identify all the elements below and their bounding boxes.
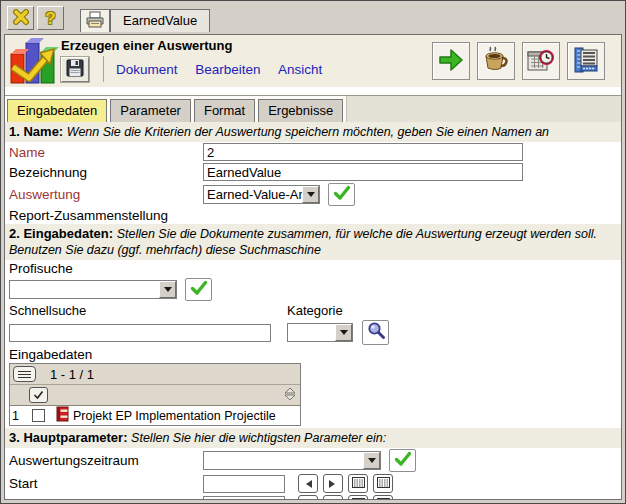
calendar-icon (377, 497, 390, 499)
report-zusammenstellung-label: Report-Zusammenstellung (5, 207, 621, 224)
print-button[interactable] (80, 9, 110, 32)
help-button[interactable]: ? (37, 6, 64, 30)
tab-ergebnisse[interactable]: Ergebnisse (258, 99, 343, 122)
schnellsuche-labels-row: Schnellsuche Kategorie (5, 302, 621, 319)
project-book-icon (56, 406, 69, 425)
ende-prev-button[interactable] (298, 495, 318, 499)
application-window: ? EarnedValue (0, 0, 626, 504)
tab-eingabedaten[interactable]: Eingabedaten (7, 99, 107, 122)
calendar-icon (352, 497, 365, 499)
green-arrow-icon (437, 46, 465, 77)
section-number-label: 1. Name: (9, 124, 63, 139)
clock-calendar-icon (526, 46, 556, 77)
save-button[interactable] (61, 57, 89, 82)
eingabedaten-table-label: Eingabedaten (5, 346, 621, 363)
menu-ansicht[interactable]: Ansicht (278, 62, 322, 77)
green-check-icon (190, 280, 208, 299)
profisuche-select-value (10, 281, 159, 298)
document-tab[interactable]: EarnedValue (110, 9, 210, 32)
schnellsuche-input[interactable] (9, 324, 271, 342)
field-row-start: Start (5, 473, 621, 494)
zeitraum-confirm-button[interactable] (389, 449, 416, 472)
section-description: Wenn Sie die Kriterien der Auswertung sp… (67, 125, 549, 139)
calendar-icon (352, 476, 365, 491)
header-actions (432, 35, 621, 87)
profisuche-confirm-button[interactable] (185, 278, 212, 301)
table-header-row (10, 385, 300, 406)
ende-calendar-button[interactable] (348, 495, 368, 499)
menu-dokument[interactable]: Dokument (116, 62, 178, 77)
field-row-name: Name (5, 142, 621, 162)
sort-icon (284, 390, 296, 404)
start-calendar-alt-button[interactable] (373, 474, 393, 493)
ende-date-input[interactable] (203, 496, 285, 500)
search-icon (366, 321, 386, 344)
green-check-icon (333, 185, 351, 204)
chart-logo-icon (5, 35, 61, 85)
start-calendar-button[interactable] (348, 474, 368, 493)
coffee-cup-icon (482, 46, 510, 77)
section-name-heading: 1. Name: Wenn Sie die Kriterien der Ausw… (5, 122, 621, 142)
section-description: Stellen Sie hier die wichtigsten Paramet… (131, 431, 386, 445)
zeitraum-select-value (204, 452, 363, 469)
kategorie-select-value (288, 324, 335, 341)
tab-format[interactable]: Format (194, 99, 255, 122)
help-icon: ? (45, 10, 55, 27)
profisuche-select[interactable] (9, 280, 177, 299)
field-row-ende: Ende (5, 494, 621, 499)
page-title: Erzeugen einer Auswertung (61, 38, 336, 53)
field-row-zeitraum: Auswertungszeitraum (5, 448, 621, 473)
auswertung-select[interactable]: Earned-Value-Analyse (203, 185, 320, 204)
arrow-left-icon (302, 480, 312, 488)
auswertung-confirm-button[interactable] (328, 183, 355, 206)
schedule-button[interactable] (522, 42, 560, 80)
ende-next-button[interactable] (323, 495, 343, 499)
form-content: 1. Name: Wenn Sie die Kriterien der Ausw… (5, 122, 621, 499)
ende-label: Ende (9, 497, 203, 499)
check-icon (33, 388, 44, 403)
kategorie-select[interactable] (287, 323, 353, 342)
section-number-label: 2. Eingabedaten: (9, 226, 113, 241)
field-row-auswertung: Auswertung Earned-Value-Analyse (5, 182, 621, 207)
tab-parameter[interactable]: Parameter (110, 99, 191, 122)
execute-button[interactable] (432, 42, 470, 80)
break-button[interactable] (477, 42, 515, 80)
floppy-disk-icon (66, 59, 84, 80)
table-toolbar: 1 - 1 / 1 (10, 364, 300, 385)
tab-filler (346, 96, 621, 122)
header-separator (5, 87, 621, 96)
sort-toggle[interactable] (284, 387, 300, 404)
section-number-label: 3. Hauptparameter: (9, 430, 127, 445)
chevron-down-icon (335, 324, 352, 341)
profisuche-label: Profisuche (5, 260, 621, 277)
row-select-checkbox[interactable] (32, 409, 45, 422)
header-middle: Erzeugen einer Auswertung (61, 35, 336, 87)
zeitraum-select[interactable] (203, 451, 381, 470)
report-button[interactable] (567, 42, 605, 80)
close-button[interactable] (7, 6, 34, 30)
select-all-button[interactable] (29, 387, 48, 403)
table-row[interactable]: 1 Projekt EP Implementation Proje (10, 406, 300, 425)
section-eingabedaten-heading: 2. Eingabedaten: Stellen Sie die Dokumen… (5, 224, 621, 260)
ende-calendar-alt-button[interactable] (373, 495, 393, 499)
start-date-input[interactable] (203, 475, 285, 493)
profisuche-row (5, 277, 621, 302)
name-label: Name (9, 145, 203, 160)
calendar-icon (377, 476, 390, 491)
menu-bearbeiten[interactable]: Bearbeiten (195, 62, 260, 77)
start-prev-button[interactable] (298, 474, 318, 493)
table-menu-button[interactable] (13, 366, 36, 382)
search-button[interactable] (362, 320, 389, 345)
name-input[interactable] (203, 143, 523, 161)
start-next-button[interactable] (323, 474, 343, 493)
field-row-bezeichnung: Bezeichnung (5, 162, 621, 182)
bezeichnung-label: Bezeichnung (9, 165, 203, 180)
bezeichnung-input[interactable] (203, 163, 523, 181)
chevron-down-icon (159, 281, 176, 298)
page: Erzeugen einer Auswertung (4, 34, 622, 500)
tab-bar: Eingabedaten Parameter Format Ergebnisse (5, 96, 621, 122)
auswertungszeitraum-label: Auswertungszeitraum (9, 453, 203, 468)
auswertung-select-value: Earned-Value-Analyse (204, 186, 302, 203)
eingabedaten-table: 1 - 1 / 1 (9, 363, 301, 426)
top-toolbar: ? EarnedValue (4, 4, 622, 34)
